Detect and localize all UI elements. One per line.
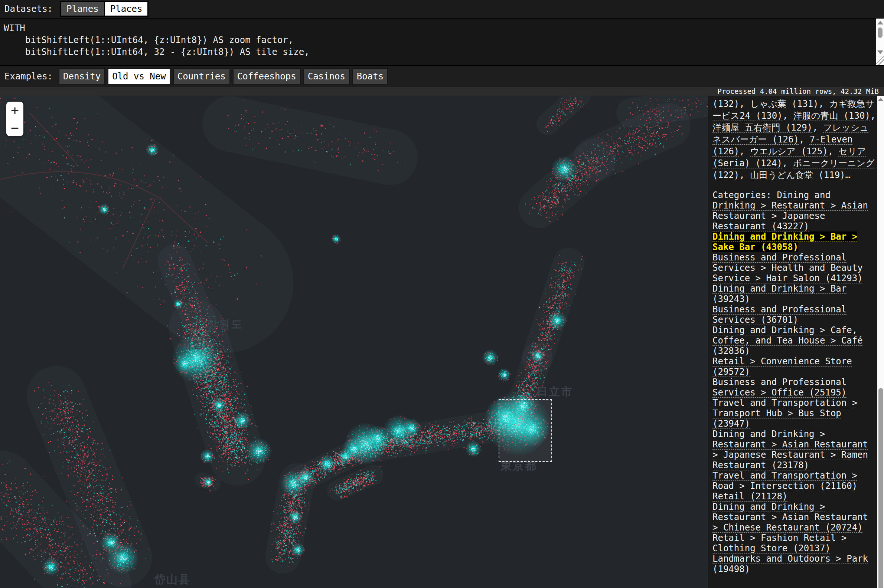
editor-scrollbar[interactable] [876,18,884,65]
query-editor[interactable]: WITH bitShiftLeft(1::UInt64, {z:UInt8}) … [0,18,884,65]
map-label: 개성시 [180,336,217,352]
category-link[interactable]: Retail (21128) [713,491,788,501]
zoom-out-button[interactable]: − [6,119,23,136]
category-link-selected[interactable]: Dining and Drinking > Bar > Sake Bar (43… [713,231,857,252]
selection-rectangle [499,399,552,462]
brand-link[interactable]: ウエルシア (125) [750,146,828,156]
map-zoom-control: + − [6,102,23,136]
example-button-coffeeshops[interactable]: Coffeeshops [233,68,301,85]
query-text[interactable]: WITH bitShiftLeft(1::UInt64, {z:UInt8}) … [0,18,884,58]
map-canvas[interactable] [0,96,708,588]
sidebar: (132), しゃぶ葉 (131), カギ救急サービス24 (130), 洋服の… [708,96,884,588]
category-row: Dining and Drinking > Bar > Sake Bar (43… [713,231,876,252]
editor-scrollbar-thumb[interactable] [878,27,882,38]
category-row: Categories: Dining and Drinking > Restau… [713,190,876,231]
categories-label: Categories: [713,190,777,200]
datasets-label: Datasets: [5,4,53,14]
category-link[interactable]: Dining and Drinking > Restaurant > Asian… [713,429,868,470]
sidebar-scrollbar[interactable] [877,96,884,588]
sidebar-content: (132), しゃぶ葉 (131), カギ救急サービス24 (130), 洋服の… [708,96,877,588]
scroll-down-icon[interactable] [877,51,883,54]
example-button-boats[interactable]: Boats [352,68,388,85]
category-row: Dining and Drinking > Cafe, Coffee, and … [713,325,876,356]
category-row: Landmarks and Outdoors > Park (19498) [713,554,876,574]
category-link[interactable]: Business and Professional Services > Hea… [713,252,863,284]
category-link[interactable]: Business and Professional Services (3670… [713,304,846,325]
category-link[interactable]: Travel and Transportation > Road > Inter… [713,470,857,491]
category-link[interactable]: Retail > Fashion Retail > Clothing Store… [713,533,846,554]
brand-link[interactable]: 洋服の青山 (130) [794,111,870,121]
brand-link[interactable]: しゃぶ葉 (131) [750,99,818,109]
category-row: Business and Professional Services (3670… [713,304,876,325]
category-row: Retail > Convenience Store (29572) [713,356,876,377]
category-row: Dining and Drinking > Restaurant > Asian… [713,501,876,533]
map-label: 日立市 [537,384,573,399]
category-row: Dining and Drinking > Restaurant > Asian… [713,429,876,470]
sidebar-scrollbar-thumb[interactable] [878,388,883,588]
examples-bar: Examples: DensityOld vs NewCountriesCoff… [0,65,884,87]
datasets-bar: Datasets: PlanesPlaces [0,0,884,18]
map-label: 岱山县 [154,572,191,587]
category-row: Dining and Drinking > Bar (39243) [713,284,876,304]
category-link[interactable]: Dining and Drinking > Bar (39243) [713,284,846,304]
category-link[interactable]: Business and Professional Services > Off… [713,377,846,398]
category-row: Travel and Transportation > Transport Hu… [713,398,876,429]
dataset-button-places[interactable]: Places [105,2,148,16]
category-link[interactable]: Dining and Drinking > Cafe, Coffee, and … [713,325,863,356]
category-link[interactable]: Landmarks and Outdoors > Park (19498) [713,554,868,574]
status-bar: Processed 4.04 million rows, 42.32 MiB [0,87,884,96]
categories-list: Categories: Dining and Drinking > Restau… [713,190,876,574]
category-row: Travel and Transportation > Road > Inter… [713,470,876,491]
dataset-toggle-group: PlanesPlaces [60,1,149,17]
processed-status: Processed 4.04 million rows, 42.32 MiB [717,87,879,95]
app-root: Datasets: PlanesPlaces WITH bitShiftLeft… [0,0,884,588]
category-row: Retail > Fashion Retail > Clothing Store… [713,533,876,554]
zoom-in-button[interactable]: + [6,102,23,119]
example-button-old-vs-new[interactable]: Old vs New [108,68,170,85]
dataset-button-planes[interactable]: Planes [61,2,104,16]
main-area: 강원도개성시日立市東京都岱山县 + − (132), しゃぶ葉 (131), カ… [0,96,884,588]
example-button-casinos[interactable]: Casinos [303,68,350,85]
map-label: 강원도 [206,317,243,332]
category-link[interactable]: Travel and Transportation > Transport Hu… [713,398,857,429]
brand-link[interactable]: 山田うどん食堂 (119) [750,170,845,180]
category-link[interactable]: Retail > Convenience Store (29572) [713,356,852,377]
example-button-countries[interactable]: Countries [173,68,230,85]
example-button-density[interactable]: Density [59,68,105,85]
map[interactable]: 강원도개성시日立市東京都岱山县 + − [0,96,708,588]
scroll-up-icon[interactable] [878,98,884,101]
resize-grip-icon[interactable] [876,56,884,65]
category-link[interactable]: Dining and Drinking > Restaurant > Asian… [713,501,868,533]
brand-link[interactable]: (132) [713,99,739,109]
examples-label: Examples: [5,71,53,82]
example-button-group: DensityOld vs NewCountriesCoffeeshopsCas… [59,68,388,85]
category-row: Business and Professional Services > Hea… [713,252,876,284]
category-row: Business and Professional Services > Off… [713,377,876,398]
category-row: Retail (21128) [713,491,876,501]
brand-link[interactable]: 洋麺屋 五右衛門 (129) [713,122,812,133]
scroll-up-icon[interactable] [877,21,883,24]
top-brands-list: (132), しゃぶ葉 (131), カギ救急サービス24 (130), 洋服の… [713,98,876,181]
